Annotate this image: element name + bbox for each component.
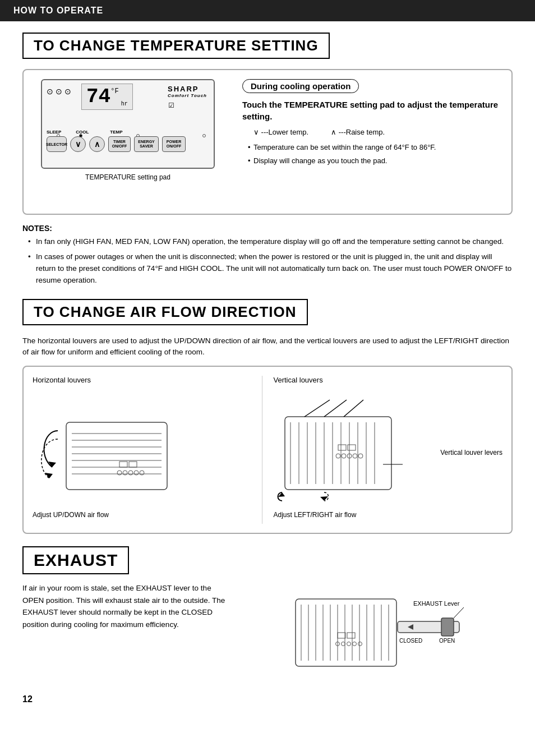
svg-rect-30 [348,445,356,450]
svg-text:CLOSED: CLOSED [399,638,422,644]
up-button[interactable]: ∧ [89,136,105,152]
svg-marker-16 [45,473,53,478]
exhaust-lever-diagram: CLOSED OPEN EXHAUST Lever [290,582,469,683]
horizontal-louvers-label: Horizontal louvers [33,376,91,384]
comfort-touch: Comfort Touch [168,93,207,98]
svg-rect-57 [347,633,355,638]
temp-notes: Temperature can be set within the range … [242,142,502,166]
timer-button[interactable]: TIMERON/OFF [108,136,131,152]
airflow-section: TO CHANGE AIR FLOW DIRECTION The horizon… [22,299,513,534]
airflow-intro: The horizontal louvers are used to adjus… [22,335,513,358]
down-button[interactable]: ∨ [70,136,86,152]
note-item-2: In cases of power outages or when the un… [28,251,513,287]
exhaust-diagram: CLOSED OPEN EXHAUST Lever [247,582,513,683]
icon-circle-3: ⊙ [64,87,71,96]
vertical-louvers-label: Vertical louvers [274,376,323,384]
panel-buttons: SELECTOR ∨ ∧ TIMERON/OFF ENERGYSAVER POW… [47,136,186,152]
selector-button[interactable]: SELECTOR [47,136,67,152]
svg-point-11 [123,471,127,475]
brand-name: SHARP [168,85,207,93]
svg-point-13 [134,471,139,475]
notes-section: NOTES: In fan only (HIGH FAN, MED FAN, L… [22,224,513,287]
panel-display: 74 °F hr [81,84,133,110]
cooling-badge: During cooling operation [242,79,359,93]
label-temp: TEMP [110,130,122,135]
right-dot [202,134,206,137]
temp-value: 74 [86,85,110,108]
panel-caption: TEMPERATURE setting pad [85,173,170,181]
icon-circle-2: ⊙ [56,87,62,96]
panel-brand: SHARP Comfort Touch [168,85,207,98]
svg-point-14 [140,471,144,475]
svg-rect-64 [441,618,454,636]
notes-title: NOTES: [22,224,513,233]
svg-point-12 [128,471,133,475]
temp-arrows: ∨ ---Lower temp. ∧ ---Raise temp. [253,128,502,136]
svg-point-32 [342,454,346,458]
svg-line-68 [454,607,464,618]
svg-rect-56 [338,633,345,638]
svg-line-38 [344,400,363,417]
vertical-louver-levers-label: Vertical louver levers [440,449,502,457]
ac-panel: ⊙ ⊙ ⊙ 74 °F hr ☑ SHARP Com [41,79,215,169]
temp-section-title: TO CHANGE TEMPERATURE SETTING [22,33,330,59]
temp-section: TO CHANGE TEMPERATURE SETTING ⊙ ⊙ ⊙ 74 °… [22,33,513,287]
svg-text:OPEN: OPEN [439,638,455,644]
temp-unit: °F [110,87,118,95]
exhaust-text: If air in your room is stale, set the EX… [22,582,230,630]
arrow-up-label: ∧ ---Raise temp. [331,128,385,136]
temp-right: During cooling operation Touch the TEMPE… [237,79,502,205]
vertical-louvers-diagram [274,389,436,506]
svg-line-37 [324,400,347,417]
svg-point-10 [117,471,122,475]
header-bar: HOW TO OPERATE [0,0,535,21]
svg-point-59 [342,642,345,646]
airflow-right: Vertical louvers [262,376,503,524]
svg-point-31 [336,454,340,458]
svg-rect-17 [285,417,391,490]
svg-rect-9 [129,462,137,467]
exhaust-section-title: EXHAUST [22,546,129,574]
check-icon: ☑ [168,102,174,109]
svg-point-34 [353,454,357,458]
temp-note-2: Display will change as you touch the pad… [248,155,502,167]
airflow-left-caption: Adjust UP/DOWN air flow [33,511,109,519]
temp-left: ⊙ ⊙ ⊙ 74 °F hr ☑ SHARP Com [33,79,223,205]
power-button[interactable]: POWERON/OFF [162,136,186,152]
arrow-down-label: ∨ ---Lower temp. [253,128,308,136]
svg-point-61 [353,642,357,646]
temp-note-1: Temperature can be set within the range … [248,142,502,153]
svg-point-62 [358,642,362,646]
page-number: 12 [22,694,513,704]
energy-saver-button[interactable]: ENERGYSAVER [134,136,159,152]
label-cool: COOL [76,130,89,135]
header-title: HOW TO OPERATE [13,6,103,15]
airflow-section-title: TO CHANGE AIR FLOW DIRECTION [22,299,308,325]
svg-point-35 [358,454,363,458]
svg-point-60 [347,642,351,646]
note-item-1: In fan only (HIGH FAN, MED FAN, LOW FAN)… [28,236,513,248]
icon-circle-1: ⊙ [47,87,53,96]
panel-icons: ⊙ ⊙ ⊙ [47,87,71,96]
svg-marker-40 [320,496,328,501]
horizontal-louvers-diagram [33,389,190,506]
svg-rect-29 [338,445,346,450]
hr-label: hr [121,101,128,107]
notes-list: In fan only (HIGH FAN, MED FAN, LOW FAN)… [22,236,513,287]
airflow-left: Horizontal louvers [33,376,262,524]
svg-rect-8 [119,462,127,467]
svg-line-36 [305,400,330,417]
airflow-right-caption: Adjust LEFT/RIGHT air flow [274,511,357,519]
temp-instruction: Touch the TEMPERATURE setting pad to adj… [242,99,502,122]
airflow-diagrams: Horizontal louvers [22,366,513,534]
exhaust-content: If air in your room is stale, set the EX… [22,582,513,683]
exhaust-section: EXHAUST If air in your room is stale, se… [22,546,513,683]
svg-text:EXHAUST Lever: EXHAUST Lever [413,600,460,607]
svg-rect-0 [66,422,167,490]
temp-content-box: ⊙ ⊙ ⊙ 74 °F hr ☑ SHARP Com [22,69,513,215]
